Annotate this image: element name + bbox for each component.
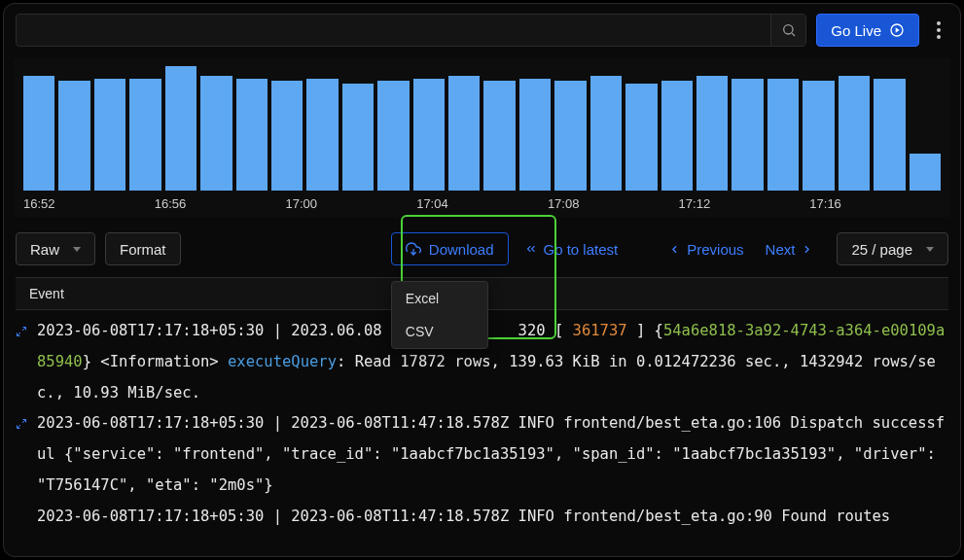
histogram-x-axis: 16:5216:5617:0017:0417:0817:1217:16 bbox=[19, 191, 945, 213]
expand-icon[interactable] bbox=[16, 418, 29, 430]
x-axis-tick: 16:56 bbox=[155, 196, 286, 211]
log-text: 2023-06-08T17:17:18+05:30 | 2023-06-08T1… bbox=[37, 408, 948, 501]
histogram-bar[interactable] bbox=[519, 79, 551, 191]
histogram-bar[interactable] bbox=[377, 81, 409, 191]
page-size-label: 25 / page bbox=[851, 241, 912, 258]
histogram-bar[interactable] bbox=[448, 76, 480, 191]
x-axis-tick: 17:12 bbox=[679, 196, 810, 211]
svg-marker-3 bbox=[896, 27, 900, 32]
page-size-select[interactable]: 25 / page bbox=[837, 232, 948, 265]
chevron-right-icon bbox=[801, 243, 813, 256]
histogram-bar[interactable] bbox=[554, 81, 586, 191]
histogram-bars[interactable] bbox=[19, 66, 945, 191]
svg-point-0 bbox=[783, 25, 792, 34]
x-axis-tick: 17:00 bbox=[285, 196, 416, 211]
go-live-button[interactable]: Go Live bbox=[816, 14, 919, 47]
view-mode-label: Raw bbox=[30, 241, 59, 258]
go-to-latest-button[interactable]: Go to latest bbox=[518, 241, 625, 258]
download-dropdown: ExcelCSV bbox=[391, 281, 488, 349]
download-button[interactable]: Download bbox=[391, 232, 509, 265]
histogram-bar[interactable] bbox=[768, 79, 799, 191]
download-label: Download bbox=[429, 241, 494, 258]
go-live-label: Go Live bbox=[831, 22, 881, 39]
svg-point-4 bbox=[937, 21, 941, 25]
histogram-bar[interactable] bbox=[625, 84, 657, 191]
skip-back-icon bbox=[524, 242, 538, 256]
histogram-bar[interactable] bbox=[165, 66, 196, 191]
format-label: Format bbox=[120, 241, 166, 258]
download-option[interactable]: Excel bbox=[392, 282, 487, 315]
histogram-panel: 16:5216:5617:0017:0417:0817:1217:16 bbox=[14, 58, 950, 217]
histogram-bar[interactable] bbox=[696, 76, 728, 191]
previous-button[interactable]: Previous bbox=[662, 241, 749, 258]
next-button[interactable]: Next bbox=[760, 241, 820, 258]
app-frame: Go Live 16:5216:5617:0017:0417:0817:1217… bbox=[3, 3, 961, 557]
log-text: 2023-06-08T17:17:18+05:30 | 2023.06.08 1… bbox=[37, 316, 948, 408]
histogram-bar[interactable] bbox=[94, 79, 125, 191]
cloud-download-icon bbox=[406, 241, 421, 257]
events-header-label: Event bbox=[29, 286, 64, 301]
previous-label: Previous bbox=[687, 241, 743, 258]
controls-row: Raw Format Download ExcelCSV Go to lates… bbox=[4, 217, 960, 277]
histogram-bar[interactable] bbox=[129, 79, 161, 191]
histogram-bar[interactable] bbox=[874, 79, 905, 191]
play-circle-icon bbox=[889, 22, 905, 38]
x-axis-tick: 17:04 bbox=[416, 196, 548, 211]
histogram-bar[interactable] bbox=[732, 79, 763, 191]
svg-line-1 bbox=[792, 33, 795, 36]
histogram-bar[interactable] bbox=[661, 81, 693, 191]
search-input[interactable] bbox=[17, 15, 770, 46]
svg-point-5 bbox=[937, 28, 941, 32]
histogram-bar[interactable] bbox=[910, 154, 941, 191]
chevron-left-icon bbox=[668, 243, 681, 256]
download-wrapper: Download ExcelCSV bbox=[391, 232, 509, 265]
go-to-latest-label: Go to latest bbox=[544, 241, 619, 258]
log-row: 2023-06-08T17:17:18+05:30 | 2023-06-08T1… bbox=[16, 502, 948, 533]
svg-line-10 bbox=[18, 425, 21, 429]
histogram-bar[interactable] bbox=[803, 81, 834, 191]
histogram-bar[interactable] bbox=[23, 76, 54, 191]
histogram-bar[interactable] bbox=[236, 79, 268, 191]
search-button[interactable] bbox=[770, 15, 805, 46]
expand-icon[interactable] bbox=[16, 326, 29, 337]
histogram-bar[interactable] bbox=[200, 76, 232, 191]
histogram-bar[interactable] bbox=[839, 76, 870, 191]
download-option[interactable]: CSV bbox=[392, 315, 487, 348]
search-field-wrapper bbox=[16, 14, 806, 47]
x-axis-tick: 16:52 bbox=[23, 196, 155, 211]
svg-line-8 bbox=[18, 332, 21, 336]
next-label: Next bbox=[766, 241, 796, 258]
svg-line-9 bbox=[22, 420, 26, 424]
histogram-bar[interactable] bbox=[590, 76, 622, 191]
histogram-bar[interactable] bbox=[483, 81, 515, 191]
histogram-bar[interactable] bbox=[342, 84, 374, 191]
view-mode-select[interactable]: Raw bbox=[16, 232, 95, 265]
histogram-bar[interactable] bbox=[413, 79, 445, 191]
log-text: 2023-06-08T17:17:18+05:30 | 2023-06-08T1… bbox=[37, 502, 948, 533]
histogram-bar[interactable] bbox=[271, 81, 303, 191]
svg-line-7 bbox=[22, 328, 26, 332]
search-icon bbox=[781, 22, 797, 38]
log-row: 2023-06-08T17:17:18+05:30 | 2023-06-08T1… bbox=[16, 408, 948, 501]
x-axis-tick: 17:08 bbox=[548, 196, 679, 211]
x-axis-tick: 17:16 bbox=[809, 196, 941, 211]
svg-point-6 bbox=[937, 35, 941, 39]
vertical-dots-icon bbox=[937, 21, 941, 39]
histogram-bar[interactable] bbox=[58, 81, 89, 191]
top-bar: Go Live bbox=[4, 4, 960, 56]
format-button[interactable]: Format bbox=[105, 232, 181, 265]
histogram-bar[interactable] bbox=[306, 79, 338, 191]
more-menu-button[interactable] bbox=[929, 14, 948, 47]
